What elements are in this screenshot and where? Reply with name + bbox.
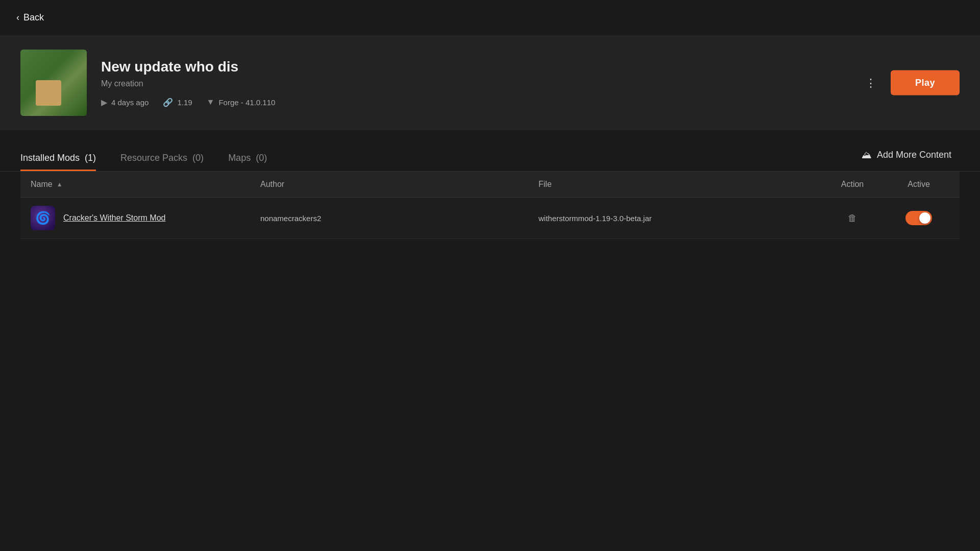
loader-meta: ▼ Forge - 41.0.110: [207, 98, 276, 107]
mod-action-cell: 🗑: [817, 209, 888, 228]
puzzle-icon: ⛰: [862, 149, 872, 161]
profile-image: [20, 50, 87, 116]
back-button[interactable]: ‹ Back: [0, 0, 60, 35]
back-label: Back: [23, 12, 44, 23]
tab-maps-label: Maps (0): [228, 153, 267, 163]
mod-name-cell: Cracker's Wither Storm Mod: [31, 206, 260, 230]
profile-info: New update who dis My creation ▶ 4 days …: [101, 59, 960, 107]
mod-name-link[interactable]: Cracker's Wither Storm Mod: [63, 213, 165, 223]
tab-maps[interactable]: Maps (0): [228, 147, 267, 171]
delete-mod-button[interactable]: 🗑: [844, 209, 861, 228]
toggle-knob: [919, 212, 930, 224]
mod-active-toggle[interactable]: [905, 211, 932, 225]
loader-text: Forge - 41.0.110: [218, 98, 275, 107]
profile-title: New update who dis: [101, 59, 960, 75]
version-meta: 🔗 1.19: [163, 98, 192, 107]
profile-actions: ⋮ Play: [861, 70, 960, 95]
mod-file: witherstormmod-1.19-3.0-beta.jar: [538, 214, 817, 223]
trash-icon: 🗑: [848, 213, 857, 223]
tabs-section: Installed Mods (1) Resource Packs (0) Ma…: [0, 130, 980, 172]
last-played-text: 4 days ago: [111, 98, 149, 107]
play-button-label: Play: [915, 78, 935, 88]
profile-meta: ▶ 4 days ago 🔗 1.19 ▼ Forge - 41.0.110: [101, 98, 960, 107]
mod-author: nonamecrackers2: [260, 214, 538, 223]
table-header: Name ▲ Author File Action Active: [20, 172, 960, 198]
play-button[interactable]: Play: [891, 70, 960, 95]
mod-active-cell: [888, 211, 949, 225]
add-content-label: Add More Content: [877, 150, 951, 160]
tab-resource-packs[interactable]: Resource Packs (0): [120, 147, 204, 171]
version-text: 1.19: [177, 98, 192, 107]
mod-icon: [31, 206, 55, 230]
play-meta-icon: ▶: [101, 98, 107, 107]
profile-card: New update who dis My creation ▶ 4 days …: [0, 35, 980, 130]
toggle-track: [905, 211, 932, 225]
header-author: Author: [260, 180, 538, 189]
add-more-content-button[interactable]: ⛰ Add More Content: [853, 145, 960, 165]
header-active: Active: [888, 180, 949, 189]
content-table: Name ▲ Author File Action Active Cracker…: [20, 172, 960, 239]
more-options-button[interactable]: ⋮: [861, 72, 880, 93]
last-played-meta: ▶ 4 days ago: [101, 98, 149, 107]
profile-subtitle: My creation: [101, 79, 960, 88]
more-options-icon: ⋮: [865, 76, 876, 89]
header-name: Name ▲: [31, 180, 260, 189]
loader-icon: ▼: [207, 98, 215, 107]
tab-installed-mods[interactable]: Installed Mods (1): [20, 147, 96, 171]
tab-installed-mods-label: Installed Mods (1): [20, 153, 96, 163]
back-chevron-icon: ‹: [16, 12, 19, 23]
table-row: Cracker's Wither Storm Mod nonamecracker…: [20, 198, 960, 239]
header-action: Action: [817, 180, 888, 189]
header-file: File: [538, 180, 817, 189]
tab-resource-packs-label: Resource Packs (0): [120, 153, 204, 163]
sort-arrow-icon: ▲: [57, 181, 63, 188]
version-icon: 🔗: [163, 98, 173, 107]
profile-thumbnail: [20, 50, 87, 116]
